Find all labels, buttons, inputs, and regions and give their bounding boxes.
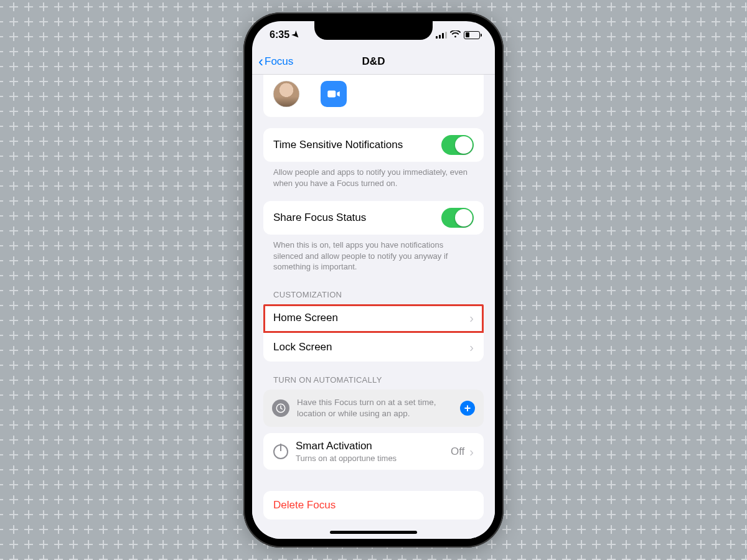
home-indicator[interactable] — [330, 531, 417, 534]
cellular-signal-icon — [436, 32, 447, 39]
smart-activation-row[interactable]: Smart Activation Turns on at opportune t… — [263, 433, 484, 470]
add-automation-button[interactable]: + — [460, 401, 475, 416]
delete-focus-button[interactable]: Delete Focus — [263, 491, 484, 520]
time-sensitive-card: Time Sensitive Notifications — [263, 128, 484, 162]
home-screen-label: Home Screen — [273, 312, 469, 324]
chevron-right-icon: › — [469, 312, 474, 324]
automation-info-text: Have this Focus turn on at a set time, l… — [297, 397, 453, 419]
notch — [314, 21, 433, 40]
time-sensitive-row[interactable]: Time Sensitive Notifications — [263, 128, 484, 162]
delete-focus-label: Delete Focus — [273, 499, 474, 511]
lock-screen-label: Lock Screen — [273, 341, 469, 353]
back-label: Focus — [265, 55, 293, 68]
time-sensitive-footer: Allow people and apps to notify you imme… — [252, 162, 495, 192]
content-scroll[interactable]: Time Sensitive Notifications Allow peopl… — [252, 75, 495, 539]
nav-bar: ‹ Focus D&D — [252, 49, 495, 75]
time-sensitive-toggle[interactable] — [441, 135, 474, 155]
battery-icon — [464, 31, 480, 39]
svg-rect-0 — [327, 91, 336, 98]
smart-activation-card: Smart Activation Turns on at opportune t… — [263, 433, 484, 470]
power-icon — [273, 444, 288, 459]
automation-info[interactable]: Have this Focus turn on at a set time, l… — [263, 390, 484, 427]
chevron-right-icon: › — [469, 446, 474, 458]
contact-avatar[interactable] — [273, 81, 299, 107]
section-automation: TURN ON AUTOMATICALLY — [252, 362, 495, 390]
chevron-left-icon: ‹ — [258, 54, 263, 69]
share-status-label: Share Focus Status — [273, 212, 441, 224]
status-time: 6:35 — [270, 29, 289, 40]
zoom-app-icon[interactable] — [321, 81, 347, 107]
delete-card: Delete Focus — [263, 491, 484, 520]
share-status-footer: When this is on, tell apps you have noti… — [252, 235, 495, 276]
time-sensitive-label: Time Sensitive Notifications — [273, 139, 441, 151]
chevron-right-icon: › — [469, 341, 474, 353]
customization-card: Home Screen › Lock Screen › — [263, 304, 484, 362]
smart-activation-label: Smart Activation — [296, 440, 397, 452]
phone-frame: 6:35 ➤ ‹ Focus D&D — [243, 12, 504, 548]
share-status-card: Share Focus Status — [263, 201, 484, 235]
page-title: D&D — [362, 55, 385, 68]
share-status-row[interactable]: Share Focus Status — [263, 201, 484, 235]
allowed-notifications-card[interactable] — [263, 75, 484, 117]
home-screen-row[interactable]: Home Screen › — [263, 304, 484, 333]
back-button[interactable]: ‹ Focus — [258, 49, 293, 74]
location-arrow-icon: ➤ — [290, 29, 303, 41]
section-customization: CUSTOMIZATION — [252, 276, 495, 304]
clock-icon — [272, 399, 289, 417]
share-status-toggle[interactable] — [441, 208, 474, 228]
smart-activation-value: Off — [451, 446, 464, 458]
wifi-icon — [450, 29, 461, 40]
smart-activation-sub: Turns on at opportune times — [296, 454, 397, 463]
lock-screen-row[interactable]: Lock Screen › — [263, 333, 484, 362]
phone-screen: 6:35 ➤ ‹ Focus D&D — [252, 21, 495, 539]
